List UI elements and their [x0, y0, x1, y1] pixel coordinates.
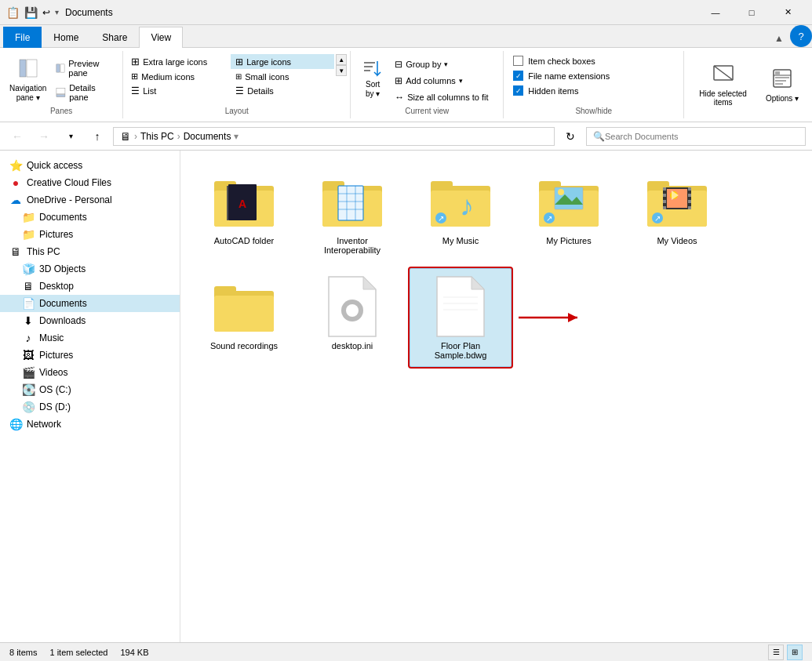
item-check-boxes-checkbox[interactable]: [513, 56, 523, 66]
sidebar-item-os-c[interactable]: 💽 OS (C:): [0, 381, 180, 398]
breadcrumb-this-pc[interactable]: This PC: [140, 131, 174, 142]
file-item-desktop-ini[interactable]: desktop.ini: [301, 268, 403, 367]
layout-medium-icons[interactable]: ⊞ Medium icons: [126, 70, 230, 83]
hide-selected-icon: [712, 63, 734, 89]
breadcrumb-separator-1: ›: [134, 131, 137, 142]
sidebar-item-ds-d[interactable]: 💿 DS (D:): [0, 398, 180, 416]
svg-point-44: [558, 189, 564, 195]
file-name-ext-checkbox[interactable]: ✓: [513, 71, 523, 81]
myvideos-folder-icon: ↗: [646, 170, 708, 233]
sidebar-item-documents[interactable]: 📄 Documents: [0, 295, 180, 312]
tab-home[interactable]: Home: [42, 27, 90, 48]
svg-text:↗: ↗: [546, 214, 552, 223]
scroll-up-arrow[interactable]: ▲: [336, 54, 347, 65]
address-bar: ← → ▾ ↑ 🖥 › This PC › Documents ▾ ↻ 🔍: [0, 122, 812, 151]
details-view-toggle[interactable]: ☰: [768, 645, 784, 660]
svg-rect-16: [775, 80, 786, 82]
music-label: Music: [39, 332, 64, 343]
sidebar-item-desktop[interactable]: 🖥 Desktop: [0, 278, 180, 295]
options-button[interactable]: Options ▾: [759, 64, 806, 107]
sidebar-item-onedrive[interactable]: ☁ OneDrive - Personal: [0, 191, 180, 209]
hidden-items-toggle[interactable]: ✓ Hidden items: [510, 84, 677, 97]
current-view-section: Sortby ▾ ⊟ Group by ▾ ⊞ Add columns ▾ ↔: [351, 51, 504, 118]
hidden-items-label: Hidden items: [528, 86, 578, 96]
refresh-button[interactable]: ↻: [559, 125, 581, 147]
back-button[interactable]: ←: [6, 125, 28, 147]
details-label: Details: [247, 86, 274, 96]
group-by-button[interactable]: ⊟ Group by ▾: [391, 57, 491, 71]
close-button[interactable]: ✕: [770, 0, 806, 25]
file-item-autocad[interactable]: A AutoCAD folder: [193, 163, 295, 262]
recent-locations-button[interactable]: ▾: [60, 125, 82, 147]
large-icon-view-toggle[interactable]: ⊞: [787, 645, 803, 660]
3d-objects-icon: 🧊: [22, 263, 35, 275]
size-all-columns-button[interactable]: ↔ Size all columns to fit: [391, 90, 491, 104]
layout-list[interactable]: ☰ List: [126, 84, 230, 98]
file-item-floorplan[interactable]: Floor Plan Sample.bdwg: [410, 268, 512, 367]
sidebar-item-quick-access[interactable]: ⭐ Quick access: [0, 157, 180, 174]
videos-icon: 🎬: [22, 366, 35, 379]
item-check-boxes-toggle[interactable]: Item check boxes: [510, 54, 677, 67]
sidebar-item-network[interactable]: 🌐 Network: [0, 416, 180, 433]
file-item-mypictures[interactable]: ↗ My Pictures: [518, 163, 620, 262]
tab-share[interactable]: Share: [90, 27, 139, 48]
svg-rect-59: [667, 189, 687, 208]
tab-view[interactable]: View: [139, 27, 183, 48]
sidebar-item-onedrive-documents[interactable]: 📁 Documents: [0, 209, 180, 226]
file-item-inventor[interactable]: Inventor Interoperability: [301, 163, 403, 262]
sidebar-item-videos[interactable]: 🎬 Videos: [0, 364, 180, 381]
save-icon[interactable]: 💾: [24, 6, 38, 19]
quick-access-icon[interactable]: 📋: [6, 6, 20, 19]
hide-selected-button[interactable]: Hide selected items: [690, 59, 756, 111]
layout-small-icons[interactable]: ⊞ Small icons: [231, 70, 334, 83]
breadcrumb[interactable]: 🖥 › This PC › Documents ▾: [113, 127, 555, 146]
show-hide-label: Show/hide: [510, 107, 677, 115]
sidebar-item-music[interactable]: ♪ Music: [0, 329, 180, 347]
panes-section: Navigationpane ▾ Preview pane Details pa…: [0, 51, 123, 118]
minimize-button[interactable]: —: [697, 0, 734, 25]
sidebar-item-3d-objects[interactable]: 🧊 3D Objects: [0, 260, 180, 278]
svg-rect-54: [663, 206, 666, 209]
layout-large-icons[interactable]: ⊞ Large icons: [231, 54, 334, 69]
svg-text:↗: ↗: [438, 214, 444, 223]
svg-text:♪: ♪: [460, 190, 474, 222]
sidebar-item-downloads[interactable]: ⬇ Downloads: [0, 312, 180, 329]
help-button[interactable]: ?: [790, 25, 812, 47]
hidden-items-checkbox[interactable]: ✓: [513, 85, 523, 96]
sort-by-button[interactable]: Sortby ▾: [357, 54, 388, 103]
sidebar-item-onedrive-pictures[interactable]: 📁 Pictures: [0, 226, 180, 243]
preview-pane-button[interactable]: Preview pane: [53, 57, 116, 79]
sidebar-item-pictures[interactable]: 🖼 Pictures: [0, 347, 180, 364]
scroll-down-arrow[interactable]: ▼: [336, 65, 347, 76]
file-item-sound[interactable]: Sound recordings: [193, 268, 295, 367]
folder-icon-onedrive-pics: 📁: [22, 228, 35, 241]
details-pane-button[interactable]: Details pane: [53, 82, 116, 104]
network-icon: 🌐: [9, 418, 22, 430]
ds-d-icon: 💿: [22, 401, 35, 413]
customize-qat-icon[interactable]: ▾: [55, 8, 59, 16]
add-columns-button[interactable]: ⊞ Add columns ▾: [391, 74, 491, 88]
search-input[interactable]: [605, 132, 799, 141]
sidebar-item-creative-cloud[interactable]: ● Creative Cloud Files: [0, 174, 180, 191]
file-item-mymusic[interactable]: ♪ ↗ My Music: [410, 163, 512, 262]
layout-extra-large[interactable]: ⊞ Extra large icons: [126, 54, 230, 69]
this-pc-icon: 🖥: [9, 245, 22, 258]
navigation-pane-button[interactable]: Navigationpane ▾: [6, 54, 49, 107]
tab-file[interactable]: File: [3, 27, 42, 48]
undo-icon[interactable]: ↩: [42, 7, 50, 18]
breadcrumb-documents[interactable]: Documents: [184, 131, 231, 142]
sidebar-item-this-pc[interactable]: 🖥 This PC: [0, 243, 180, 260]
file-name-extensions-toggle[interactable]: ✓ File name extensions: [510, 69, 677, 82]
file-name-ext-label: File name extensions: [528, 71, 610, 81]
maximize-button[interactable]: □: [734, 0, 770, 25]
ribbon-collapse-button[interactable]: ▲: [771, 30, 787, 47]
file-item-myvideos[interactable]: ↗ My Videos: [626, 163, 728, 262]
svg-rect-23: [227, 186, 228, 220]
up-button[interactable]: ↑: [86, 125, 108, 147]
view-toggle-group: ☰ ⊞: [768, 645, 803, 660]
svg-line-11: [714, 66, 733, 80]
breadcrumb-end-arrow: ▾: [234, 131, 239, 142]
forward-button[interactable]: →: [33, 125, 55, 147]
layout-details[interactable]: ☰ Details: [231, 84, 334, 98]
search-box[interactable]: 🔍: [586, 127, 806, 146]
